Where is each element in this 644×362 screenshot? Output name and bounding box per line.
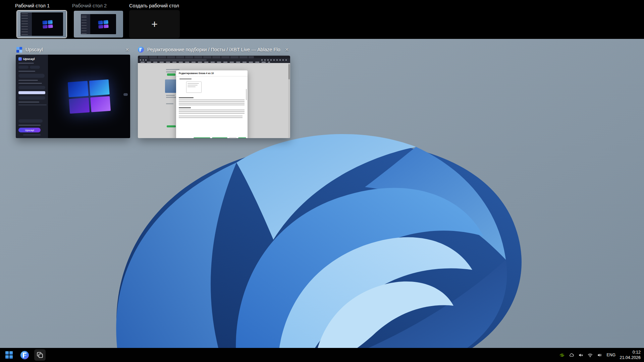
floorp-window-title: Редактирование подборки / Посты / iXBT L… <box>147 47 280 52</box>
dialog-buttons <box>176 137 246 138</box>
floorp-icon <box>20 351 29 359</box>
logo-pane <box>5 351 9 355</box>
art-pane <box>90 96 110 112</box>
floorp-window-thumbnail[interactable]: Редактирование блока 4 из 10 <box>138 56 290 138</box>
icon-tile <box>19 47 22 50</box>
floorp-icon <box>138 47 144 53</box>
text-line-placeholder <box>166 97 176 98</box>
windows-logo-icon <box>5 351 13 359</box>
dropdown-placeholder <box>18 96 45 100</box>
create-desktop-label[interactable]: Создать рабочий стол <box>129 3 179 8</box>
desktop-2-thumbnail[interactable] <box>73 10 124 38</box>
text-line-placeholder <box>18 63 34 64</box>
floorp-card-titlebar: Редактирование подборки / Посты / iXBT L… <box>138 46 290 54</box>
text-line-placeholder <box>18 102 39 103</box>
paragraph-placeholder <box>179 116 243 119</box>
language-indicator[interactable]: ENG <box>606 353 616 357</box>
nav-buttons-placeholder <box>140 59 148 61</box>
system-tray: ENG 0:12 21.04.2026 <box>559 348 641 362</box>
field-label-placeholder <box>179 78 192 79</box>
windows-logo-art <box>42 20 53 28</box>
sidebar-tabs <box>18 66 40 69</box>
floorp-close-button[interactable]: ✕ <box>283 47 290 52</box>
desktop-1-label[interactable]: Рабочий стол 1 <box>15 3 50 8</box>
mini-app-sidebar <box>20 12 32 36</box>
audio-muted-icon[interactable] <box>578 352 584 358</box>
task-view-button[interactable] <box>34 349 46 361</box>
art-pane <box>48 20 53 23</box>
dropdown-placeholder <box>18 86 45 89</box>
paragraph-placeholder <box>179 100 245 105</box>
desktop-2-preview <box>74 11 123 38</box>
art-pane <box>98 24 103 28</box>
toggle-placeholder <box>18 119 43 123</box>
page-image-thumb <box>165 79 176 93</box>
art-pane <box>69 97 89 113</box>
logo-pane <box>9 351 13 355</box>
page-content: Редактирование блока 4 из 10 <box>138 63 290 138</box>
taskbar-floorp-button[interactable] <box>19 349 30 361</box>
nvidia-icon[interactable] <box>559 352 565 358</box>
desktop-1-preview <box>17 11 66 38</box>
mini-app-main <box>32 12 63 36</box>
mini-app-main <box>90 14 116 34</box>
art-pane <box>89 79 109 95</box>
onedrive-icon[interactable] <box>569 352 575 358</box>
text-line-placeholder <box>166 95 175 96</box>
placeholder-line <box>187 86 196 87</box>
task-view-screen: Рабочий стол 1 Рабочий стол 2 Создать ра… <box>0 0 644 362</box>
start-button[interactable] <box>3 349 15 361</box>
dialog-divider <box>176 76 248 76</box>
upscayl-action-button: Upscayl <box>18 128 41 132</box>
icon-tile <box>19 50 22 53</box>
art-pane <box>103 20 108 23</box>
page-green-button <box>167 73 175 76</box>
paragraph-placeholder <box>179 110 245 114</box>
page-scrollbar <box>288 63 290 138</box>
speaker-glyph <box>597 352 602 358</box>
upscayl-close-button[interactable]: ✕ <box>124 47 130 52</box>
desktop-1-thumbnail[interactable] <box>16 10 67 38</box>
volume-icon[interactable] <box>597 352 603 358</box>
clock-time: 0:12 <box>620 350 641 355</box>
create-desktop-button[interactable]: + <box>129 10 180 38</box>
upscayl-logo-row: Upscayl <box>18 57 35 61</box>
mini-window <box>81 14 116 34</box>
wifi-icon[interactable] <box>587 352 593 358</box>
clock[interactable]: 0:12 21.04.2026 <box>620 350 641 361</box>
nvidia-glyph <box>559 352 565 358</box>
art-pane <box>67 81 88 97</box>
zoom-badge-placeholder <box>123 93 128 96</box>
selected-option-highlight <box>18 91 45 94</box>
plus-icon: + <box>151 19 158 29</box>
tab-placeholder <box>18 66 29 69</box>
upscayl-action-label: Upscayl <box>25 129 34 132</box>
text-line-placeholder <box>18 71 35 72</box>
select-image-button-placeholder <box>18 74 45 78</box>
windows-logo-art <box>67 79 110 113</box>
logo-pane <box>5 355 9 359</box>
browser-chrome <box>138 56 290 63</box>
section-heading-placeholder <box>179 97 194 98</box>
taskbar: ENG 0:12 21.04.2026 <box>0 348 644 362</box>
toolbar-icons-placeholder <box>261 59 288 61</box>
section-heading-placeholder <box>179 107 191 108</box>
browser-tab-strip <box>140 56 254 58</box>
muted-speaker-glyph <box>578 352 584 358</box>
desktop-2-label[interactable]: Рабочий стол 2 <box>72 3 107 8</box>
text-line-placeholder <box>18 80 38 81</box>
upscayl-window-thumbnail[interactable]: Upscayl Upscayl <box>16 55 130 138</box>
art-pane <box>104 24 109 28</box>
wallpaper-bloom <box>0 0 644 362</box>
address-bar-placeholder <box>150 59 207 61</box>
task-view-icon <box>37 352 43 358</box>
dialog-green-button <box>238 137 246 138</box>
edit-block-dialog: Редактирование блока 4 из 10 <box>176 70 248 138</box>
text-line-placeholder <box>166 103 173 104</box>
upscayl-window-title: Upscayl <box>25 47 120 52</box>
placeholder-line <box>187 83 199 84</box>
virtual-desktops-bar: Рабочий стол 1 Рабочий стол 2 Создать ра… <box>0 0 644 39</box>
upscayl-logo-icon <box>18 57 22 61</box>
slider-placeholder <box>18 105 47 105</box>
page-scrollbar-thumb <box>288 64 290 79</box>
